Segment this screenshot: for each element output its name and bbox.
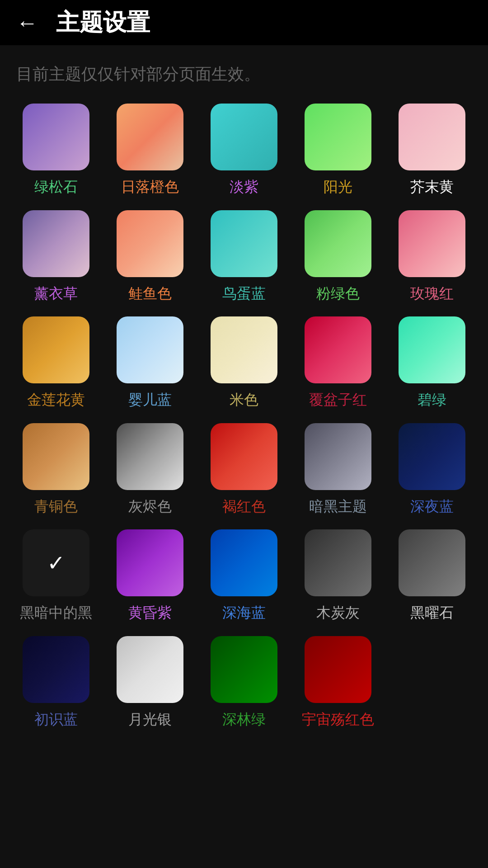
theme-label-dark-theme: 暗黑主题 (309, 497, 367, 516)
theme-swatch-baby-blue (117, 316, 183, 383)
page-title: 主题设置 (56, 7, 150, 38)
theme-swatch-lavender (23, 210, 89, 277)
theme-swatch-jade (399, 316, 465, 383)
theme-swatch-salmon (117, 210, 183, 277)
theme-item-midnight-blue[interactable]: 深夜蓝 (385, 419, 479, 525)
theme-label-midnight: 初识蓝 (34, 710, 78, 729)
theme-label-turquoise: 绿松石 (34, 178, 78, 197)
theme-item-salmon[interactable]: 鲑鱼色 (103, 206, 197, 312)
theme-item-charcoal[interactable]: 木炭灰 (291, 525, 385, 632)
theme-item-powder-green[interactable]: 粉绿色 (291, 206, 385, 312)
theme-swatch-sunshine (305, 104, 371, 170)
theme-item-moonlight-silver[interactable]: 月光银 (103, 632, 197, 738)
theme-label-bronze: 青铜色 (34, 497, 78, 516)
theme-item-raspberry[interactable]: 覆盆子红 (291, 312, 385, 419)
theme-item-lavender[interactable]: 薰衣草 (9, 206, 103, 312)
theme-label-crimson: 褐红色 (222, 497, 266, 516)
theme-item-sunset-orange[interactable]: 日落橙色 (103, 99, 197, 206)
theme-item-jade[interactable]: 碧绿 (385, 312, 479, 419)
theme-swatch-turquoise (23, 104, 89, 170)
theme-label-dusk-purple: 黄昏紫 (128, 604, 172, 623)
theme-label-gray-ash: 灰烬色 (128, 497, 172, 516)
theme-swatch-midnight (23, 636, 89, 703)
theme-item-gray-ash[interactable]: 灰烬色 (103, 419, 197, 525)
theme-swatch-charcoal (305, 529, 371, 596)
theme-item-baby-blue[interactable]: 婴儿蓝 (103, 312, 197, 419)
theme-item-turquoise[interactable]: 绿松石 (9, 99, 103, 206)
theme-label-beige: 米色 (230, 391, 258, 410)
theme-label-jade: 碧绿 (418, 391, 446, 410)
theme-swatch-moonlight-silver (117, 636, 183, 703)
theme-label-forest-green: 深林绿 (222, 710, 266, 729)
theme-swatch-gold-lotus (23, 316, 89, 383)
theme-swatch-rose-red (399, 210, 465, 277)
theme-item-rose-red[interactable]: 玫瑰红 (385, 206, 479, 312)
theme-label-sunshine: 阳光 (324, 178, 352, 197)
theme-item-dark-black[interactable]: ✓黑暗中的黑 (9, 525, 103, 632)
theme-item-crimson[interactable]: 褐红色 (197, 419, 291, 525)
theme-label-midnight-blue: 深夜蓝 (410, 497, 454, 516)
themes-grid: 绿松石日落橙色淡紫阳光芥末黄薰衣草鲑鱼色鸟蛋蓝粉绿色玫瑰红金莲花黄婴儿蓝米色覆盆… (0, 99, 488, 738)
theme-swatch-forest-green (211, 636, 277, 703)
theme-swatch-midnight-blue (399, 423, 465, 490)
theme-item-mustard[interactable]: 芥末黄 (385, 99, 479, 206)
theme-label-rose-red: 玫瑰红 (410, 284, 454, 303)
theme-label-raspberry: 覆盆子红 (309, 391, 367, 410)
theme-swatch-bronze (23, 423, 89, 490)
theme-label-gold-lotus: 金莲花黄 (27, 391, 85, 410)
theme-swatch-crimson (211, 423, 277, 490)
theme-swatch-robin-egg (211, 210, 277, 277)
theme-item-beige[interactable]: 米色 (197, 312, 291, 419)
theme-label-dark-black: 黑暗中的黑 (20, 604, 92, 623)
theme-swatch-raspberry (305, 316, 371, 383)
theme-item-dusk-purple[interactable]: 黄昏紫 (103, 525, 197, 632)
theme-item-sunshine[interactable]: 阳光 (291, 99, 385, 206)
header: ← 主题设置 (0, 0, 488, 45)
theme-label-lavender: 薰衣草 (34, 284, 78, 303)
theme-item-dark-theme[interactable]: 暗黑主题 (291, 419, 385, 525)
subtitle-text: 目前主题仅仅针对部分页面生效。 (0, 45, 488, 99)
theme-swatch-beige (211, 316, 277, 383)
theme-label-universe-red: 宇宙殇红色 (302, 710, 374, 729)
theme-item-deep-sea-blue[interactable]: 深海蓝 (197, 525, 291, 632)
theme-item-robin-egg[interactable]: 鸟蛋蓝 (197, 206, 291, 312)
theme-item-bronze[interactable]: 青铜色 (9, 419, 103, 525)
theme-label-moonlight-silver: 月光银 (128, 710, 172, 729)
theme-swatch-deep-sea-blue (211, 529, 277, 596)
theme-swatch-dark-theme (305, 423, 371, 490)
theme-swatch-light-purple (211, 104, 277, 170)
theme-label-sunset-orange: 日落橙色 (121, 178, 179, 197)
theme-label-robin-egg: 鸟蛋蓝 (222, 284, 266, 303)
theme-swatch-gray-ash (117, 423, 183, 490)
theme-swatch-obsidian (399, 529, 465, 596)
theme-label-baby-blue: 婴儿蓝 (128, 391, 172, 410)
theme-label-mustard: 芥末黄 (410, 178, 454, 197)
theme-swatch-universe-red (305, 636, 371, 703)
theme-item-forest-green[interactable]: 深林绿 (197, 632, 291, 738)
theme-swatch-dark-black: ✓ (23, 529, 89, 596)
theme-item-light-purple[interactable]: 淡紫 (197, 99, 291, 206)
back-button[interactable]: ← (16, 10, 38, 35)
theme-label-salmon: 鲑鱼色 (128, 284, 172, 303)
theme-item-gold-lotus[interactable]: 金莲花黄 (9, 312, 103, 419)
theme-swatch-dusk-purple (117, 529, 183, 596)
theme-label-powder-green: 粉绿色 (316, 284, 360, 303)
theme-label-charcoal: 木炭灰 (316, 604, 360, 623)
theme-item-midnight[interactable]: 初识蓝 (9, 632, 103, 738)
theme-label-obsidian: 黑曜石 (410, 604, 454, 623)
theme-label-deep-sea-blue: 深海蓝 (222, 604, 266, 623)
theme-swatch-mustard (399, 104, 465, 170)
theme-item-obsidian[interactable]: 黑曜石 (385, 525, 479, 632)
theme-swatch-powder-green (305, 210, 371, 277)
theme-item-universe-red[interactable]: 宇宙殇红色 (291, 632, 385, 738)
theme-swatch-sunset-orange (117, 104, 183, 170)
theme-label-light-purple: 淡紫 (230, 178, 258, 197)
selected-checkmark: ✓ (47, 550, 65, 576)
